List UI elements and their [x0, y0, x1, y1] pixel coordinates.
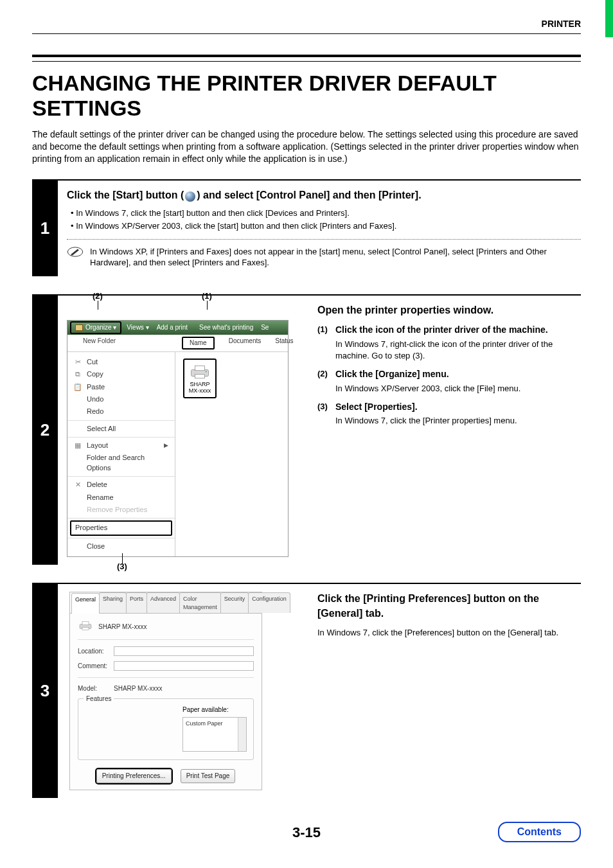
substep-head: Click the icon of the printer driver of …	[335, 324, 581, 337]
step1-note: In Windows XP, if [Printers and Faxes] d…	[90, 246, 581, 269]
views-button[interactable]: Views ▾	[123, 323, 152, 332]
column-documents[interactable]: Documents	[229, 337, 262, 350]
menu-delete[interactable]: ✕Delete	[67, 479, 175, 491]
svg-point-4	[206, 371, 207, 372]
layout-icon: ▦	[74, 441, 82, 450]
header: PRINTER	[32, 18, 581, 34]
printer-small-icon	[78, 620, 93, 634]
start-button-icon	[185, 191, 195, 202]
contents-link-button[interactable]: Contents	[498, 822, 581, 842]
substep-desc: In Windows 7, click the [Printer propert…	[335, 415, 517, 427]
menu-cut[interactable]: ✂Cut	[67, 356, 175, 368]
menu-rename[interactable]: Rename	[67, 492, 175, 504]
title-rule-heavy	[32, 55, 581, 57]
header-rule	[32, 33, 581, 34]
menu-folder-options[interactable]: Folder and Search Options	[67, 452, 175, 474]
column-status[interactable]: Status	[275, 337, 293, 350]
tab-sharing[interactable]: Sharing	[99, 592, 127, 613]
tab-row: General Sharing Ports Advanced Color Man…	[70, 592, 262, 614]
printer-name-field: SHARP MX-xxxx	[98, 623, 147, 632]
page-edge-accent	[605, 0, 613, 37]
step3-desc: In Windows 7, click the [Preferences] bu…	[317, 627, 581, 639]
title-rule-thin	[32, 61, 581, 62]
step-number: 2	[32, 296, 58, 565]
menu-label: Redo	[87, 407, 103, 416]
callout-line	[207, 301, 208, 310]
tab-advanced[interactable]: Advanced	[147, 592, 180, 613]
step1-title-post: ) and select [Control Panel] and then [P…	[197, 190, 421, 200]
step-3: 3 General Sharing Ports Advanced Color M…	[32, 583, 581, 798]
step-number: 1	[32, 181, 58, 276]
callout-line	[98, 301, 98, 310]
menu-redo[interactable]: Redo	[67, 405, 175, 418]
substep-head: Select [Properties].	[335, 401, 517, 414]
menu-separator	[67, 538, 175, 538]
step3-title: Click the [Printing Preferences] button …	[317, 592, 581, 621]
step1-bullet: • In Windows 7, click the [start] button…	[71, 208, 581, 219]
substep: (2) Click the [Organize] menu. In Window…	[317, 368, 581, 394]
svg-rect-3	[195, 374, 205, 378]
menu-label: Remove Properties	[87, 505, 147, 515]
printer-properties-window: General Sharing Ports Advanced Color Man…	[69, 592, 262, 790]
svg-rect-7	[82, 628, 89, 630]
menu-select-all[interactable]: Select All	[67, 423, 175, 435]
print-test-page-button[interactable]: Print Test Page	[181, 769, 236, 783]
delete-icon: ✕	[74, 480, 82, 490]
tab-ports[interactable]: Ports	[126, 592, 147, 613]
menu-label: Rename	[87, 493, 114, 502]
step1-bullet: • In Windows XP/Server 2003, click the […	[71, 220, 581, 232]
new-folder-label: New Folder	[83, 337, 116, 346]
menu-remove-properties: Remove Properties	[67, 504, 175, 516]
substep-desc: In Windows 7, right-click the icon of th…	[335, 339, 581, 362]
label-comment: Comment:	[78, 662, 109, 671]
printing-preferences-button[interactable]: Printing Preferences...	[96, 769, 172, 783]
see-printing-button[interactable]: See what's printing	[195, 323, 257, 332]
comment-input[interactable]	[114, 661, 254, 671]
substep-num: (2)	[317, 368, 335, 394]
menu-label: Paste	[87, 382, 105, 392]
column-headers: New Folder Name Documents Status	[67, 335, 288, 352]
printer-driver-icon[interactable]: SHARP MX-xxxx	[183, 359, 217, 398]
features-legend: Features	[84, 695, 114, 704]
menu-properties[interactable]: Properties	[70, 520, 172, 535]
menu-label: Layout	[87, 441, 108, 450]
toolbar-overflow[interactable]: Se	[257, 323, 272, 332]
organize-dropdown-menu: ✂Cut ⧉Copy 📋Paste Undo Redo Select All ▦…	[67, 352, 175, 556]
page-title: CHANGING THE PRINTER DRIVER DEFAULT SETT…	[32, 71, 581, 121]
paste-icon: 📋	[74, 382, 82, 392]
step-number: 3	[32, 584, 58, 798]
menu-label: Select All	[87, 424, 116, 434]
label-model: Model:	[78, 684, 109, 693]
explorer-toolbar: Organize ▾ Views ▾ Add a print See what'…	[67, 321, 288, 335]
divider	[78, 639, 254, 640]
svg-rect-6	[82, 622, 89, 625]
step2-title: Open the printer properties window.	[317, 303, 581, 317]
menu-label: Cut	[87, 357, 98, 367]
menu-label: Folder and Search Options	[87, 453, 168, 473]
tab-configuration[interactable]: Configuration	[248, 592, 290, 613]
organize-menu-button[interactable]: Organize ▾	[70, 321, 121, 334]
menu-copy[interactable]: ⧉Copy	[67, 368, 175, 380]
location-input[interactable]	[114, 646, 254, 656]
add-printer-button[interactable]: Add a print	[153, 323, 191, 332]
printer-icon	[188, 364, 211, 380]
paper-listbox[interactable]: Custom Paper	[182, 717, 247, 752]
column-name[interactable]: Name	[182, 337, 215, 350]
callout-3: (3)	[117, 561, 127, 572]
substep: (1) Click the icon of the printer driver…	[317, 324, 581, 362]
menu-close[interactable]: Close	[67, 540, 175, 553]
substep: (3) Select [Properties]. In Windows 7, c…	[317, 401, 581, 427]
menu-layout[interactable]: ▦Layout▶	[67, 439, 175, 452]
chevron-right-icon: ▶	[164, 441, 168, 450]
step-1: 1 Click the [Start] button () and select…	[32, 179, 581, 276]
menu-undo[interactable]: Undo	[67, 393, 175, 405]
note-pencil-icon	[67, 246, 84, 258]
explorer-window: Organize ▾ Views ▾ Add a print See what'…	[67, 320, 289, 557]
section-label: PRINTER	[542, 19, 581, 29]
menu-paste[interactable]: 📋Paste	[67, 381, 175, 393]
tab-security[interactable]: Security	[220, 592, 249, 613]
tab-color-management[interactable]: Color Management	[179, 592, 221, 613]
scrollbar[interactable]	[238, 718, 246, 751]
substep-desc: In Windows XP/Server 2003, click the [Fi…	[335, 383, 520, 394]
tab-general[interactable]: General	[71, 593, 100, 614]
